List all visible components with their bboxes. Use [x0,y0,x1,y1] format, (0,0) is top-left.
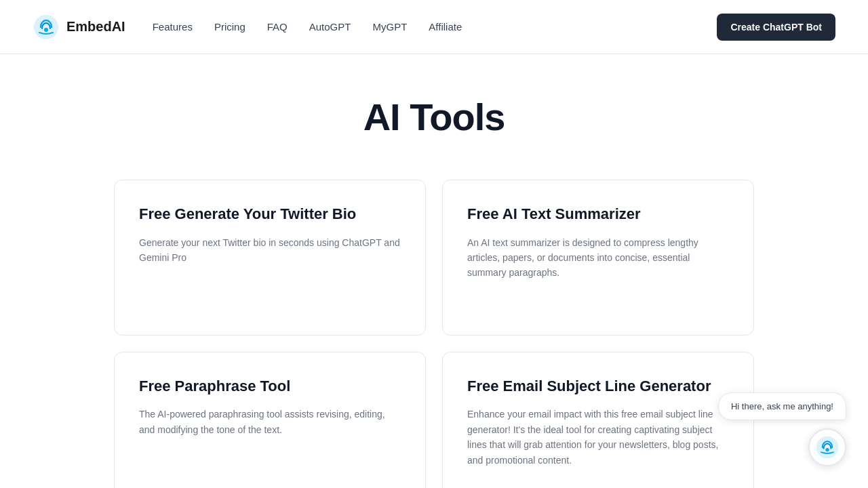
nav-affiliate[interactable]: Affiliate [429,21,462,33]
page-title: AI Tools [114,95,754,139]
logo-link[interactable]: EmbedAI [33,14,125,41]
tool-card-email-subject[interactable]: Free Email Subject Line Generator Enhanc… [442,352,754,488]
tool-card-title-text-summarizer: Free AI Text Summarizer [467,205,729,224]
tool-card-text-summarizer[interactable]: Free AI Text Summarizer An AI text summa… [442,180,754,336]
tool-card-title-paraphrase: Free Paraphrase Tool [139,377,401,396]
nav-pricing[interactable]: Pricing [214,21,245,33]
svg-point-2 [816,436,838,458]
tool-card-title-twitter-bio: Free Generate Your Twitter Bio [139,205,401,224]
nav-autogpt[interactable]: AutoGPT [309,21,351,33]
tool-card-twitter-bio[interactable]: Free Generate Your Twitter Bio Generate … [114,180,426,336]
logo-text: EmbedAI [66,19,125,35]
tools-grid: Free Generate Your Twitter Bio Generate … [114,180,754,488]
create-chatgpt-bot-button[interactable]: Create ChatGPT Bot [717,14,835,41]
svg-point-3 [825,448,829,451]
navbar: EmbedAI Features Pricing FAQ AutoGPT MyG… [0,0,868,54]
tool-card-desc-text-summarizer: An AI text summarizer is designed to com… [467,235,729,281]
logo-icon [33,14,60,41]
tool-card-desc-email-subject: Enhance your email impact with this free… [467,407,729,468]
chat-logo-icon [815,435,840,460]
tool-card-desc-paraphrase: The AI-powered paraphrasing tool assists… [139,407,401,437]
nav-mygpt[interactable]: MyGPT [372,21,407,33]
nav-links: Features Pricing FAQ AutoGPT MyGPT Affil… [153,21,717,33]
svg-point-0 [34,15,58,39]
chat-bubble: Hi there, ask me anything! [718,392,846,420]
chat-open-button[interactable] [808,428,846,466]
tool-card-paraphrase[interactable]: Free Paraphrase Tool The AI-powered para… [114,352,426,488]
svg-point-1 [44,28,48,32]
nav-faq[interactable]: FAQ [267,21,288,33]
tool-card-desc-twitter-bio: Generate your next Twitter bio in second… [139,235,401,266]
nav-features[interactable]: Features [153,21,193,33]
tool-card-title-email-subject: Free Email Subject Line Generator [467,377,729,396]
chat-widget: Hi there, ask me anything! [718,392,846,466]
